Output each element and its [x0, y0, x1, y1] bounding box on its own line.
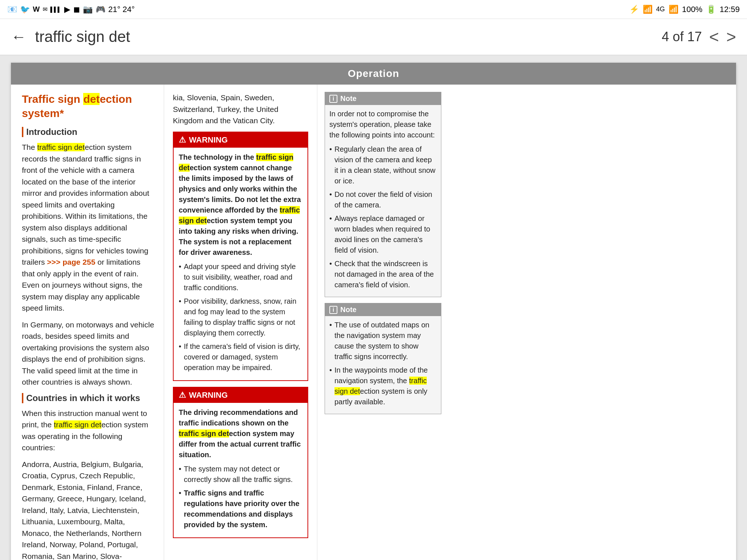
- back-button[interactable]: ←: [11, 28, 26, 46]
- note-body-2: The use of outdated maps on the navigati…: [325, 316, 441, 414]
- battery-label: 100%: [682, 5, 703, 14]
- nav-bar: ← traffic sign det 4 of 17 < >: [0, 19, 747, 55]
- signal-icon: 📶: [669, 5, 678, 14]
- bar-icons: ▌▌▌: [50, 7, 61, 12]
- note-box-1: i Note In order not to compromise the sy…: [325, 92, 441, 297]
- word-icon: W: [33, 5, 40, 13]
- temperature: 21° 24°: [108, 5, 135, 14]
- warning-bullet-1a: Adapt your speed and driving style to su…: [179, 261, 302, 293]
- warning-bullet-2b: Traffic signs and traffic regulations ha…: [179, 488, 302, 530]
- note-bullet-2b: In the waypoints mode of the navigation …: [329, 365, 437, 407]
- document-area: Operation Traffic sign detection system*…: [0, 55, 747, 560]
- note-bullet-1a: Regularly clean the area of vision of th…: [329, 144, 437, 186]
- warning-text-1: The technology in the traffic sign detec…: [179, 152, 302, 258]
- highlight-4: traffic sign det: [179, 206, 300, 225]
- warning-bullet-1c: If the camera's field of vision is dirty…: [179, 341, 302, 373]
- warning-bullet-1b: Poor visibility, darkness, snow, rain an…: [179, 296, 302, 338]
- youtube-icon: ▶: [64, 5, 70, 14]
- game-icon: 🎮: [96, 5, 105, 14]
- note-intro-1: In order not to compromise the system's …: [329, 109, 437, 140]
- mail-icon: 📧: [7, 5, 17, 14]
- note-icon-1: i: [329, 95, 337, 103]
- camera-icon: 📷: [83, 5, 93, 14]
- section-title: Traffic sign detection system*: [22, 92, 155, 120]
- nav-title: traffic sign det: [35, 28, 130, 46]
- highlight-2: traffic sign det: [54, 420, 101, 429]
- page-counter: 4 of 17: [662, 29, 702, 44]
- stop-icon: ◼: [73, 5, 80, 14]
- next-page-button[interactable]: >: [726, 27, 736, 47]
- note-bullet-1c: Always replace damaged or worn blades wh…: [329, 213, 437, 256]
- note-icon-2: i: [329, 306, 337, 314]
- note-bullet-2a: The use of outdated maps on the navigati…: [329, 320, 437, 362]
- highlight-6: traffic sign det: [334, 377, 427, 395]
- intro-para-2: In Germany, on motorways and vehicle roa…: [22, 319, 155, 388]
- status-bar-right: ⚡ 📶 4G 📶 100% 🔋 12:59: [629, 5, 740, 14]
- note-box-2: i Note The use of outdated maps on the n…: [325, 303, 441, 414]
- warning-text-2: The driving recommendations and traffic …: [179, 407, 302, 460]
- warning-header-2: ⚠ WARNING: [174, 388, 307, 403]
- note-header-2: i Note: [325, 303, 441, 316]
- col-middle: kia, Slovenia, Spain, Sweden, Switzerlan…: [164, 85, 317, 560]
- warning-header-1: ⚠ WARNING: [174, 132, 307, 148]
- title-text-before: Traffic sign: [22, 93, 83, 105]
- col-right: i Note In order not to compromise the sy…: [317, 85, 449, 560]
- warning-icon-1: ⚠: [179, 135, 186, 145]
- note-body-1: In order not to compromise the system's …: [325, 105, 441, 297]
- network-label: 4G: [656, 5, 665, 13]
- intro-heading: Introduction: [22, 127, 155, 137]
- status-bar: 📧 🐦 W ✉ ▌▌▌ ▶ ◼ 📷 🎮 21° 24° ⚡ 📶 4G 📶 100…: [0, 0, 747, 19]
- document-page: Operation Traffic sign detection system*…: [11, 63, 736, 560]
- highlight-5: traffic sign det: [179, 429, 229, 438]
- wifi-icon: 📶: [643, 5, 653, 14]
- nav-left: ← traffic sign det: [11, 28, 130, 46]
- note-bullet-1d: Check that the windscreen is not damaged…: [329, 258, 437, 290]
- warning-label-1: WARNING: [189, 135, 228, 145]
- status-bar-left: 📧 🐦 W ✉ ▌▌▌ ▶ ◼ 📷 🎮 21° 24°: [7, 5, 135, 14]
- warning-icon-2: ⚠: [179, 390, 186, 400]
- page-link[interactable]: >>> page 255: [47, 258, 96, 266]
- note-header-1: i Note: [325, 92, 441, 105]
- title-highlight: det: [83, 93, 100, 105]
- highlight-3: traffic sign det: [179, 153, 293, 172]
- highlight-1: traffic sign det: [37, 143, 85, 151]
- warning-body-1: The technology in the traffic sign detec…: [174, 148, 307, 380]
- section-header: Operation: [11, 63, 736, 85]
- intro-para-1: The traffic sign detection system record…: [22, 141, 155, 314]
- battery-icon: 🔋: [706, 5, 716, 14]
- note-label-2: Note: [340, 306, 356, 314]
- prev-page-button[interactable]: <: [709, 27, 719, 47]
- col-left: Traffic sign detection system* Introduct…: [11, 85, 164, 560]
- warning-box-1: ⚠ WARNING The technology in the traffic …: [173, 132, 308, 381]
- clock: 12:59: [720, 5, 740, 14]
- note-label-1: Note: [340, 94, 356, 103]
- doc-content: Traffic sign detection system* Introduct…: [11, 85, 736, 560]
- twitter-icon: 🐦: [20, 5, 30, 14]
- warning-box-2: ⚠ WARNING The driving recommendations an…: [173, 387, 308, 538]
- countries-intro: When this instruction manual went to pri…: [22, 408, 155, 454]
- warning-bullet-2a: The system may not detect or correctly s…: [179, 464, 302, 485]
- warning-body-2: The driving recommendations and traffic …: [174, 403, 307, 537]
- warning-label-2: WARNING: [189, 390, 228, 400]
- mail2-icon: ✉: [43, 6, 47, 13]
- bluetooth-icon: ⚡: [629, 5, 639, 14]
- countries-heading: Countries in which it works: [22, 393, 155, 403]
- countries-continued: kia, Slovenia, Spain, Sweden, Switzerlan…: [173, 92, 308, 127]
- note-bullet-1b: Do not cover the field of vision of the …: [329, 189, 437, 210]
- nav-right: 4 of 17 < >: [662, 27, 736, 47]
- countries-list: Andorra, Austria, Belgium, Bulgaria, Cro…: [22, 459, 155, 560]
